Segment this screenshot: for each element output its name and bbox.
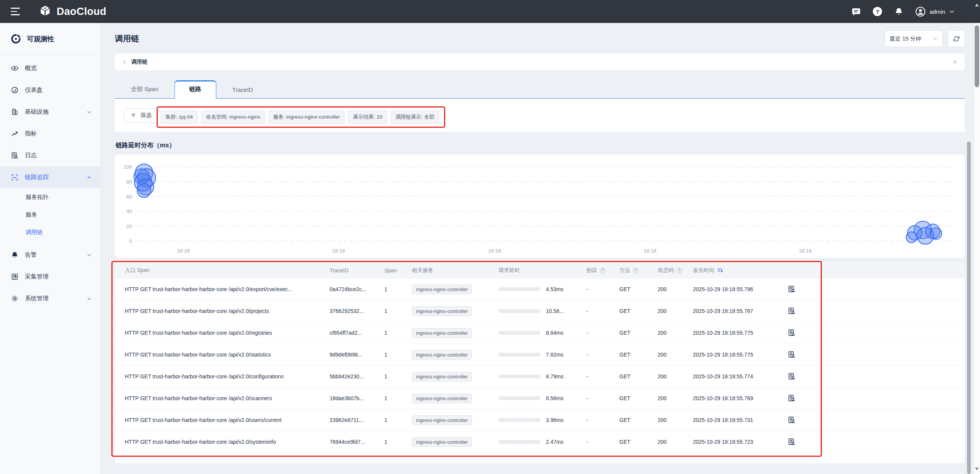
tab-all-span[interactable]: 全部 Span — [115, 81, 175, 98]
col-traceid[interactable]: TraceID — [330, 267, 384, 274]
service-tag[interactable]: ingress-nginx-controller — [412, 328, 472, 338]
col-time-label: 发生时间 — [693, 267, 714, 274]
scrollbar-track[interactable] — [974, 23, 980, 474]
traceid-cell[interactable]: cf854ff7ad2... — [330, 330, 384, 336]
entry-span-cell[interactable]: HTTP GET trust-harbor-harbor-harbor-core… — [125, 417, 330, 423]
sidebar-item-dashboards[interactable]: 仪表盘 — [0, 79, 100, 101]
col-span[interactable]: Span — [384, 267, 412, 274]
time-range-select[interactable]: 最近 15 分钟 — [885, 30, 943, 47]
service-tag[interactable]: ingress-nginx-controller — [412, 437, 472, 447]
entry-span-cell[interactable]: HTTP GET trust-harbor-harbor-harbor-core… — [125, 286, 330, 292]
table-row[interactable]: HTTP GET trust-harbor-harbor-harbor-core… — [115, 388, 965, 409]
chevron-right-icon[interactable] — [122, 59, 127, 65]
sidebar-item-collection[interactable]: 采集管理 — [0, 266, 100, 288]
traceid-cell[interactable]: 23962e8711... — [330, 417, 384, 423]
user-menu[interactable]: admin — [915, 7, 955, 17]
entry-span-cell[interactable]: HTTP GET trust-harbor-harbor-harbor-core… — [125, 308, 330, 314]
view-logs-button[interactable] — [787, 307, 807, 315]
sidebar-item-traces[interactable]: 调用链 — [0, 223, 100, 241]
message-icon[interactable] — [851, 7, 861, 16]
span-count-cell: 1 — [384, 373, 412, 380]
col-status-label: 状态码 — [658, 267, 674, 274]
filter-tag[interactable]: 调用链展示: 全部 — [391, 111, 439, 124]
scrollbar-thumb[interactable] — [975, 25, 979, 87]
help-icon[interactable]: ? — [600, 268, 606, 274]
service-tag[interactable]: ingress-nginx-controller — [412, 306, 472, 316]
sidebar-item-metrics[interactable]: 指标 — [0, 123, 100, 145]
service-tag[interactable]: ingress-nginx-controller — [412, 285, 472, 294]
service-tag[interactable]: ingress-nginx-controller — [412, 372, 472, 381]
table-row[interactable]: HTTP GET trust-harbor-harbor-harbor-core… — [115, 279, 965, 300]
sidebar-item-service-topology[interactable]: 服务拓扑 — [0, 188, 100, 206]
traceid-cell[interactable]: 9d9def0896... — [330, 352, 384, 358]
sidebar-item-infrastructure[interactable]: 基础设施 — [0, 101, 100, 123]
col-entry-span[interactable]: 入口 Span — [125, 267, 330, 274]
view-logs-button[interactable] — [787, 329, 807, 337]
table-row[interactable]: HTTP GET trust-harbor-harbor-harbor-core… — [115, 431, 965, 453]
entry-span-cell[interactable]: HTTP GET trust-harbor-harbor-harbor-core… — [125, 395, 330, 401]
sidebar-item-overview[interactable]: 概览 — [0, 57, 100, 79]
bell-icon[interactable] — [894, 7, 904, 16]
filter-tag[interactable]: 命名空间: ingress-nginx — [201, 111, 265, 124]
view-logs-button[interactable] — [787, 350, 807, 359]
view-logs-button[interactable] — [787, 394, 807, 402]
svg-text:18:18: 18:18 — [177, 248, 190, 254]
col-service[interactable]: 相关服务 — [412, 267, 498, 274]
log-search-icon — [787, 416, 796, 424]
help-icon[interactable]: ? — [676, 268, 682, 274]
table-row[interactable]: HTTP GET trust-harbor-harbor-harbor-core… — [115, 300, 965, 322]
table-row[interactable]: HTTP GET trust-harbor-harbor-harbor-core… — [115, 344, 965, 366]
menu-icon[interactable] — [11, 8, 21, 15]
traceid-cell[interactable]: 0a4724bce2c... — [330, 286, 384, 292]
filter-button[interactable]: 筛选 — [124, 108, 158, 123]
breadcrumb-item[interactable]: 调用链 — [131, 59, 147, 65]
close-icon[interactable] — [952, 59, 958, 65]
traceid-cell[interactable]: 76944ce9fd7... — [330, 439, 384, 445]
traceid-cell[interactable]: 3766292532... — [330, 308, 384, 314]
sidebar-subitem-label: 调用链 — [26, 229, 43, 236]
entry-span-cell[interactable]: HTTP GET trust-harbor-harbor-harbor-core… — [125, 330, 330, 336]
sidebar-item-tracing[interactable]: 链路追踪 — [0, 166, 100, 188]
view-logs-button[interactable] — [787, 416, 807, 424]
col-latency[interactable]: 请求延时 — [498, 267, 586, 274]
refresh-button[interactable] — [948, 30, 965, 47]
table-row[interactable]: HTTP GET trust-harbor-harbor-harbor-core… — [115, 409, 965, 431]
tab-traceid[interactable]: TraceID — [216, 82, 270, 98]
time-cell: 2025-10-29 18:18:55.775 — [693, 330, 787, 336]
trace-table: 入口 Span TraceID Span 相关服务 请求延时 协议? 方法? 状… — [115, 262, 965, 463]
metrics-icon — [11, 130, 19, 138]
sidebar-item-services[interactable]: 服务 — [0, 206, 100, 223]
table-row[interactable]: HTTP GET trust-harbor-harbor-harbor-core… — [115, 322, 965, 344]
view-logs-button[interactable] — [787, 372, 807, 381]
entry-span-cell[interactable]: HTTP GET trust-harbor-harbor-harbor-core… — [125, 439, 330, 445]
latency-bar — [498, 396, 541, 400]
traceid-cell[interactable]: 5bb942e230... — [330, 373, 384, 380]
latency-scatter-chart[interactable]: 02040608010018:1818:1818:1818:1818:18 — [115, 155, 965, 258]
filter-tag[interactable]: 服务: ingress-nginx-controller — [269, 111, 345, 124]
tab-link[interactable]: 链路 — [175, 80, 216, 99]
traceid-cell[interactable]: 18dae3b07b... — [330, 395, 384, 401]
filter-tag[interactable]: 展示结果: 20 — [348, 111, 387, 124]
scroll-down-arrow-icon[interactable] — [975, 467, 979, 471]
svg-text:18:18: 18:18 — [799, 248, 812, 254]
sidebar-item-system[interactable]: 系统管理 — [0, 288, 100, 309]
entry-span-cell[interactable]: HTTP GET trust-harbor-harbor-harbor-core… — [125, 373, 330, 380]
window-scrollbar[interactable] — [974, 0, 980, 474]
app-logo[interactable]: DaoCloud — [38, 5, 106, 18]
help-icon[interactable]: ? — [872, 7, 882, 16]
content-scrollbar-thumb[interactable] — [967, 142, 971, 474]
view-logs-button[interactable] — [787, 438, 807, 446]
table-row[interactable]: HTTP GET trust-harbor-harbor-harbor-core… — [115, 366, 965, 388]
sidebar-item-logs[interactable]: 日志 — [0, 145, 100, 166]
filter-tag[interactable]: 集群: zjq-04 — [161, 111, 197, 124]
view-logs-button[interactable] — [787, 285, 807, 293]
sidebar-item-alerts[interactable]: 告警 — [0, 244, 100, 266]
service-tag[interactable]: ingress-nginx-controller — [412, 394, 472, 403]
service-tag[interactable]: ingress-nginx-controller — [412, 415, 472, 425]
service-tag[interactable]: ingress-nginx-controller — [412, 350, 472, 360]
help-icon[interactable]: ? — [633, 268, 639, 274]
sort-desc-icon[interactable] — [717, 267, 724, 274]
scroll-up-arrow-icon[interactable] — [975, 3, 979, 7]
entry-span-cell[interactable]: HTTP GET trust-harbor-harbor-harbor-core… — [125, 352, 330, 358]
scatter-plot: 02040608010018:1818:1818:1818:1818:18 — [115, 155, 965, 258]
